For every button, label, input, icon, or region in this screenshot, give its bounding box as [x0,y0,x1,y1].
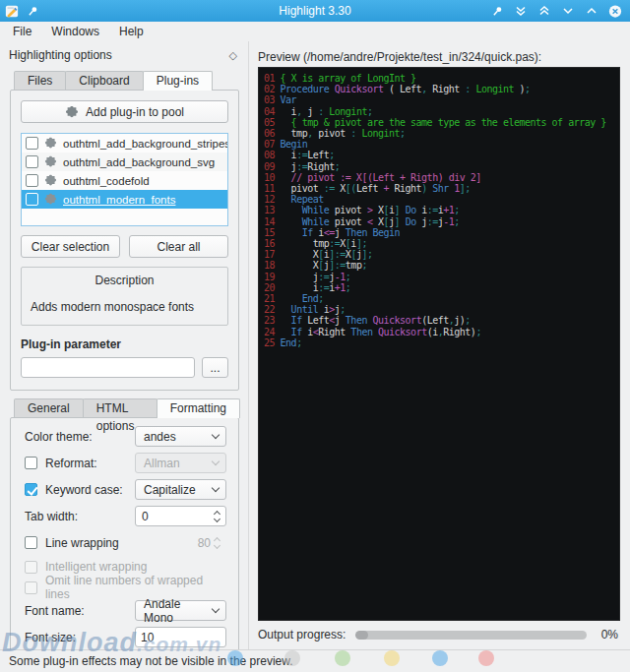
reformat-style-value: Allman [144,457,209,470]
spin-down-icon[interactable] [214,515,220,521]
menu-help[interactable]: Help [109,23,154,40]
code-line: 22 Until i>j; [264,304,619,315]
code-area[interactable]: 01 { X is array of LongInt }02 Procedure… [258,67,620,621]
code-line: 19 j:=j-1; [264,272,619,282]
preview-panel: Preview (/home/andre/Projekte/test_in/32… [250,41,630,649]
puzzle-icon [44,174,57,187]
spin-down-icon [214,541,220,548]
plugin-list-item[interactable]: outhtml_add_background_stripes [22,134,227,153]
plugin-label: outhtml_add_background_svg [63,156,215,168]
font-name-select[interactable]: Andale Mono [135,600,226,621]
tab-plugins[interactable]: Plug-ins [143,71,213,91]
menubar: File Windows Help [0,22,630,41]
add-plugin-button[interactable]: Add plug-in to pool [21,100,228,123]
code-line: 05 { tmp & pivot are the same type as th… [264,117,619,128]
code-line: 13 While pivot > X[i] Do i:=i+1; [264,205,619,215]
puzzle-icon [65,105,79,119]
plugin-checkbox[interactable] [26,193,38,206]
statusbar: Some plug-in effects may not be visible … [0,649,630,672]
plugin-list[interactable]: outhtml_add_background_stripesouthtml_ad… [21,133,228,226]
keyword-case-checkbox[interactable] [25,483,37,496]
tab-formatting[interactable]: Formatting [157,398,240,418]
pin-icon[interactable] [26,4,39,18]
description-title: Description [22,274,227,287]
reformat-style-select: Allman [135,453,226,473]
chevron-down-icon [212,431,220,439]
plugin-parameter-input[interactable] [21,357,195,378]
description-text: Adds modern monospace fonts [31,300,227,314]
font-name-label: Font name: [25,604,135,618]
color-theme-select[interactable]: andes [135,426,226,447]
tab-files[interactable]: Files [14,71,66,90]
code-line: 09 j:=Right; [264,161,619,172]
dock-float-icon[interactable]: ◇ [229,49,237,62]
code-line: 11 pivot := X[(Left + Right) Shr 1]; [264,183,619,194]
double-chevron-up-icon[interactable] [537,4,551,18]
color-theme-value: andes [144,430,209,444]
keyword-case-select[interactable]: Capitalize [135,479,226,500]
keep-above-pin-icon[interactable] [490,4,504,18]
intelligent-wrapping-label: Intelligent wrapping [45,560,147,574]
browse-button[interactable]: ... [202,357,228,378]
tab-width-label: Tab width: [25,510,135,523]
code-line: 17 X[i]:=X[j]; [264,249,619,260]
plugin-checkbox[interactable] [26,137,38,150]
options-tabbar: General HTML options Formatting [10,398,239,417]
chevron-down-icon [212,605,220,613]
code-line: 10 // pivot := X[(Left + Rigth) div 2] [264,172,619,183]
plugin-checkbox[interactable] [26,155,38,168]
menu-windows[interactable]: Windows [41,23,109,40]
titlebar: Highlight 3.30 [0,0,630,22]
code-line: 16 tmp:=X[i]; [264,238,619,249]
close-button[interactable] [608,4,622,18]
code-line: 21 End; [264,293,619,304]
tab-width-value: 0 [142,510,215,523]
plugin-label: outhtml_add_background_stripes [63,138,228,150]
double-chevron-down-icon[interactable] [514,4,528,18]
chevron-down-icon [212,458,220,465]
tab-html-options[interactable]: HTML options [83,398,158,417]
progress-value: 0% [597,628,618,641]
tab-general[interactable]: General [14,398,84,417]
menu-file[interactable]: File [3,23,41,40]
code-line: 04 i, j : Longint; [264,106,619,117]
plugin-checkbox[interactable] [26,174,38,187]
formatting-panel: Color theme: andes Reformat: Allman [10,417,239,664]
keyword-case-label: Keyword case: [45,483,123,497]
reformat-label: Reformat: [45,457,97,470]
puzzle-icon [44,137,57,150]
progress-fill [355,631,368,640]
intelligent-wrapping-checkbox [25,561,37,574]
plugin-label: outhtml_codefold [63,175,150,187]
tab-width-spinner[interactable]: 0 [135,506,226,526]
add-plugin-label: Add plug-in to pool [86,105,184,119]
clear-selection-button[interactable]: Clear selection [21,235,120,258]
reformat-checkbox[interactable] [25,457,37,469]
chevron-up-icon[interactable] [585,4,598,18]
plugin-tabbar: Files Clipboard Plug-ins [10,71,239,90]
options-tabwidget: General HTML options Formatting Color th… [10,398,239,664]
code-line: 02 Procedure Quicksort ( Left, Right : L… [264,84,619,94]
clear-all-button[interactable]: Clear all [129,235,228,258]
line-wrapping-spinner: 80 [135,532,226,553]
font-size-input[interactable] [135,627,226,647]
plugin-list-item[interactable]: outhtml_modern_fonts [22,190,227,209]
font-name-value: Andale Mono [144,597,209,625]
plugin-list-item[interactable]: outhtml_add_background_svg [22,153,227,171]
code-line: 08 i:=Left; [264,150,619,160]
chevron-down-icon[interactable] [561,4,575,18]
code-line: 24 If i<Right Then Quicksort(i,Right); [264,327,619,337]
line-wrapping-label: Line wrapping [45,536,119,550]
chevron-down-icon [212,484,220,492]
plugin-label: outhtml_modern_fonts [63,194,175,206]
code-line: 20 i:=i+1; [264,282,619,293]
app-window: Highlight 3.30 File Windows He [0,0,630,672]
plugin-parameter-label: Plug-in parameter [21,337,228,351]
puzzle-icon [44,155,57,168]
progress-bar [355,631,587,640]
line-wrapping-value: 80 [142,536,215,550]
tab-clipboard[interactable]: Clipboard [65,71,143,90]
line-wrapping-checkbox[interactable] [25,536,37,549]
plugin-list-item[interactable]: outhtml_codefold [22,171,227,190]
dock-title: Highlighting options [9,48,229,62]
